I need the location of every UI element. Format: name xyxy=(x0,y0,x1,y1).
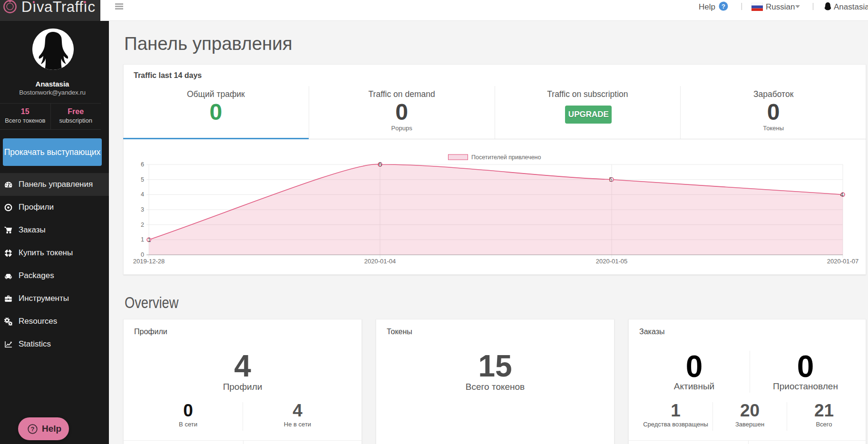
svg-text:Посетителей привлечено: Посетителей привлечено xyxy=(471,154,541,161)
svg-text:?: ? xyxy=(722,3,725,10)
svg-text:5: 5 xyxy=(609,176,612,183)
svg-text:0: 0 xyxy=(141,251,144,258)
svg-text:3: 3 xyxy=(141,206,144,213)
svg-text:6: 6 xyxy=(378,161,381,168)
svg-text:1: 1 xyxy=(141,236,144,243)
svg-text:2020-01-07: 2020-01-07 xyxy=(827,258,859,265)
svg-text:5: 5 xyxy=(141,176,144,183)
svg-text:4: 4 xyxy=(141,191,144,198)
svg-text:6: 6 xyxy=(141,161,144,168)
svg-text:2020-01-04: 2020-01-04 xyxy=(364,258,396,265)
svg-text:2019-12-28: 2019-12-28 xyxy=(133,258,165,265)
svg-text:1: 1 xyxy=(147,236,151,243)
svg-text:2020-01-05: 2020-01-05 xyxy=(596,258,628,265)
svg-text:?: ? xyxy=(31,425,35,433)
svg-text:2: 2 xyxy=(141,222,144,228)
svg-text:4: 4 xyxy=(840,191,843,198)
